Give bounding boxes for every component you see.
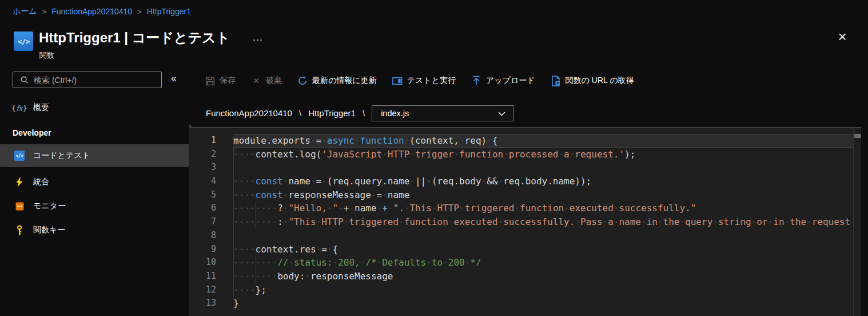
code-line-1: 1module.exports·=·async·function·(contex…: [189, 134, 853, 148]
toolbar-button-label: アップロード: [486, 76, 535, 86]
get-url-icon: [551, 76, 561, 86]
breadcrumb-item-2[interactable]: HttpTrigger1: [147, 7, 191, 16]
code-editor[interactable]: 1module.exports·=·async·function·(contex…: [189, 128, 861, 316]
indent-guide: [233, 148, 234, 297]
search-input[interactable]: [34, 76, 156, 85]
line-number: 7: [189, 215, 233, 229]
sidebar-item-label: コードとテスト: [33, 151, 90, 161]
sidebar: « Developer {fx}概要</>コードとテスト統合モニター関数キー: [0, 63, 189, 316]
breadcrumb-item-0[interactable]: ホーム: [13, 6, 37, 17]
key-icon: [14, 224, 25, 236]
sidebar-collapse-button[interactable]: «: [171, 73, 176, 84]
toolbar-button-upload[interactable]: アップロード: [471, 76, 535, 86]
code-test-icon: </>: [14, 150, 25, 161]
code-line-5: 5····const·responseMessage·=·name: [189, 188, 853, 202]
line-content: ····context.res·=·{: [233, 243, 853, 256]
test-run-icon: [392, 76, 403, 86]
line-number: 13: [189, 297, 233, 310]
toolbar-button-label: テストと実行: [407, 76, 456, 86]
line-content: ····const·responseMessage·=·name: [233, 188, 853, 202]
code-line-6: 6········?·"Hello,·"·+·name·+·".·This·HT…: [189, 202, 853, 215]
sidebar-item-overview[interactable]: {fx}概要: [0, 96, 189, 119]
line-number: 12: [189, 283, 233, 297]
sidebar-item-label: 統合: [33, 177, 49, 187]
code-area: 1module.exports·=·async·function·(contex…: [189, 134, 853, 310]
sidebar-item-function-keys[interactable]: 関数キー: [0, 219, 189, 242]
line-number: 9: [189, 243, 233, 256]
code-line-4: 4····const·name·=·(req.query.name·||·(re…: [189, 175, 853, 188]
file-path-bar: FunctionApp20210410 \ HttpTrigger1 \ ind…: [206, 105, 513, 121]
monitor-icon: [14, 200, 25, 212]
toolbar-button-save: 保存: [205, 76, 236, 86]
indent-guide: [256, 202, 256, 229]
code-line-8: 8: [189, 229, 853, 243]
indent-guide: [256, 256, 256, 283]
toolbar-button-refresh[interactable]: 最新の情報に更新: [297, 76, 377, 86]
line-content: module.exports·=·async·function·(context…: [233, 134, 853, 148]
breadcrumb-separator: >: [137, 7, 142, 16]
editor-scrollbar-thumb[interactable]: [854, 134, 861, 138]
line-content: [233, 229, 853, 243]
line-number: 8: [189, 229, 233, 243]
line-number: 6: [189, 202, 233, 215]
line-number: 5: [189, 188, 233, 202]
toolbar-button-label: 最新の情報に更新: [312, 76, 377, 86]
upload-icon: [471, 76, 481, 86]
file-select-dropdown[interactable]: index.js: [372, 105, 513, 121]
line-number: 4: [189, 175, 233, 188]
line-number: 10: [189, 256, 233, 270]
line-number: 11: [189, 270, 233, 283]
line-number: 3: [189, 161, 233, 175]
file-path-separator: \: [299, 108, 301, 118]
line-content: ····};: [233, 283, 853, 297]
search-icon: [18, 74, 30, 86]
breadcrumb-separator: >: [42, 7, 47, 16]
code-line-10: 10········//·status:·200,·/*·Defaults·to…: [189, 256, 853, 270]
refresh-icon: [297, 76, 308, 86]
toolbar-button-get-url[interactable]: 関数の URL の取得: [551, 76, 634, 86]
fx-icon: {fx}: [14, 102, 25, 113]
file-path-separator: \: [363, 108, 365, 118]
line-content: [233, 161, 853, 175]
close-icon[interactable]: ×: [834, 29, 851, 46]
code-line-3: 3: [189, 161, 853, 175]
sidebar-item-monitor[interactable]: モニター: [0, 195, 189, 218]
sidebar-item-code-test[interactable]: </>コードとテスト: [0, 144, 189, 167]
line-content: ········:·"This·HTTP·triggered·function·…: [233, 215, 853, 229]
code-line-2: 2····context.log('JavaScript·HTTP·trigge…: [189, 148, 853, 161]
toolbar-button-discard: ×破棄: [251, 76, 282, 86]
line-content: ········body:·responseMessage: [233, 270, 853, 283]
toolbar-button-label: 関数の URL の取得: [566, 76, 634, 86]
toolbar-button-test-run[interactable]: テストと実行: [392, 76, 456, 86]
file-path-function: HttpTrigger1: [308, 108, 356, 118]
save-icon: [205, 76, 215, 86]
line-content: ········//·status:·200,·/*·Defaults·to·2…: [233, 256, 853, 270]
editor-scrollbar[interactable]: [853, 128, 861, 316]
page-title: HttpTrigger1 | コードとテスト: [39, 29, 230, 47]
lightning-icon: [14, 176, 25, 188]
sidebar-item-label: モニター: [33, 201, 66, 211]
code-line-9: 9····context.res·=·{: [189, 243, 853, 256]
line-content: ····const·name·=·(req.query.name·||·(req…: [233, 175, 853, 188]
breadcrumb-item-1[interactable]: FunctionApp20210410: [51, 7, 132, 16]
code-line-13: 13}: [189, 297, 853, 310]
line-number: 2: [189, 148, 233, 161]
line-content: ····context.log('JavaScript·HTTP·trigger…: [233, 148, 853, 161]
more-menu-button[interactable]: …: [252, 31, 263, 44]
breadcrumb: ホーム>FunctionApp20210410>HttpTrigger1: [13, 6, 191, 17]
function-app-icon: </>: [14, 31, 33, 51]
sidebar-section-developer: Developer: [13, 128, 51, 137]
toolbar-button-label: 破棄: [266, 76, 282, 86]
search-box: [13, 72, 162, 88]
line-content: ········?·"Hello,·"·+·name·+·".·This·HTT…: [233, 202, 853, 215]
sidebar-item-label: 関数キー: [33, 225, 65, 235]
chevron-down-icon: [498, 108, 505, 118]
discard-icon: ×: [251, 76, 261, 86]
toolbar-button-label: 保存: [220, 76, 236, 86]
code-line-12: 12····};: [189, 283, 853, 297]
line-content: }: [233, 297, 853, 310]
line-number: 1: [189, 134, 233, 148]
command-bar: 保存×破棄最新の情報に更新テストと実行アップロード関数の URL の取得: [205, 71, 634, 90]
code-line-7: 7········:·"This·HTTP·triggered·function…: [189, 215, 853, 229]
sidebar-item-integration[interactable]: 統合: [0, 171, 189, 193]
